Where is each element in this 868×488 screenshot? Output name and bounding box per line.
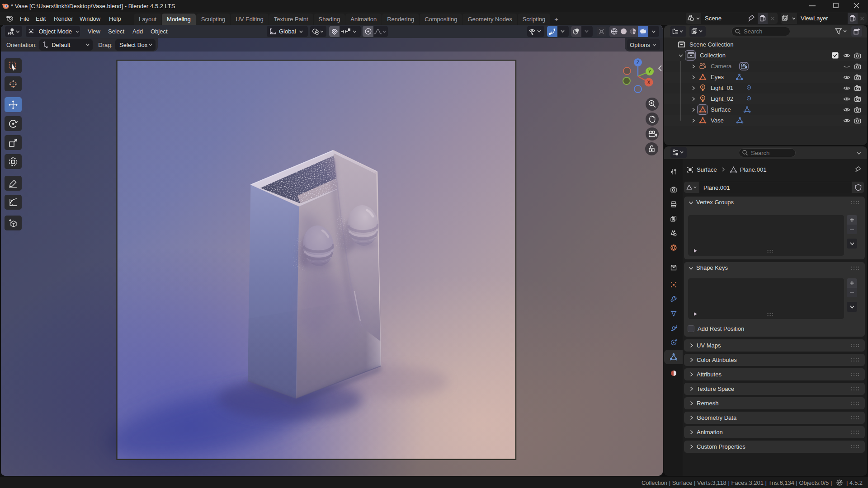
- svg-text:X: X: [647, 80, 651, 85]
- svg-text:Z: Z: [637, 60, 639, 65]
- svg-text:Y: Y: [648, 69, 651, 74]
